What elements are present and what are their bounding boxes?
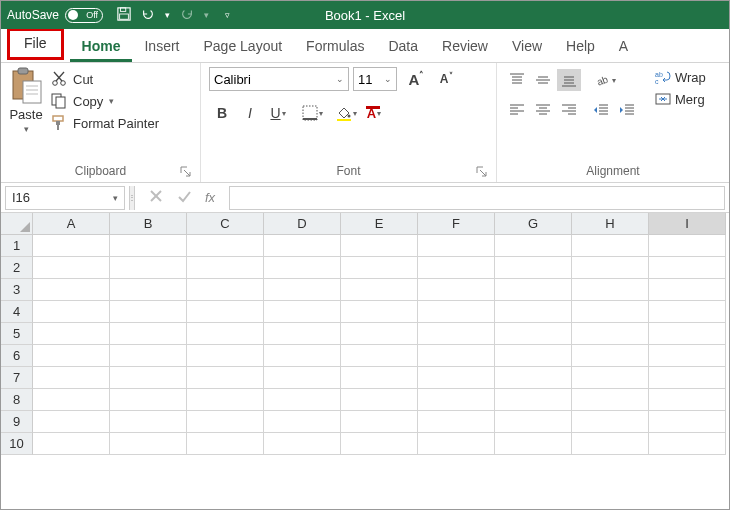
cell[interactable] <box>495 345 572 367</box>
tab-page-layout[interactable]: Page Layout <box>191 32 294 62</box>
copy-dropdown-icon[interactable]: ▾ <box>109 96 114 106</box>
cell[interactable] <box>264 279 341 301</box>
cell[interactable] <box>649 279 726 301</box>
italic-button[interactable]: I <box>237 101 263 125</box>
cell[interactable] <box>341 279 418 301</box>
redo-dropdown-icon[interactable]: ▾ <box>204 10 209 20</box>
cell[interactable] <box>418 433 495 455</box>
cell[interactable] <box>264 433 341 455</box>
cell[interactable] <box>649 301 726 323</box>
column-header[interactable]: I <box>649 213 726 235</box>
increase-font-button[interactable]: A˄ <box>401 67 427 91</box>
tab-review[interactable]: Review <box>430 32 500 62</box>
font-name-select[interactable]: Calibri⌄ <box>209 67 349 91</box>
format-painter-button[interactable]: Format Painter <box>51 115 159 131</box>
cell[interactable] <box>572 389 649 411</box>
qat-customize-icon[interactable]: ▿ <box>225 10 230 20</box>
cell[interactable] <box>33 345 110 367</box>
column-header[interactable]: A <box>33 213 110 235</box>
dialog-launcher-icon[interactable] <box>180 166 192 178</box>
cell[interactable] <box>418 345 495 367</box>
cell[interactable] <box>341 367 418 389</box>
paste-dropdown-icon[interactable]: ▾ <box>24 124 29 134</box>
cell[interactable] <box>187 257 264 279</box>
cell[interactable] <box>649 367 726 389</box>
merge-button[interactable]: Merg <box>655 91 706 107</box>
cell[interactable] <box>418 235 495 257</box>
cell[interactable] <box>649 345 726 367</box>
cell[interactable] <box>341 345 418 367</box>
cell[interactable] <box>187 235 264 257</box>
align-bottom-button[interactable] <box>557 69 581 91</box>
column-header[interactable]: F <box>418 213 495 235</box>
insert-function-button[interactable]: fx <box>205 190 215 205</box>
cell[interactable] <box>418 367 495 389</box>
cell[interactable] <box>418 257 495 279</box>
row-header[interactable]: 4 <box>1 301 33 323</box>
cell[interactable] <box>341 433 418 455</box>
cell[interactable] <box>341 301 418 323</box>
decrease-indent-button[interactable] <box>589 99 613 121</box>
copy-button[interactable]: Copy ▾ <box>51 93 159 109</box>
cell[interactable] <box>187 279 264 301</box>
cell[interactable] <box>264 389 341 411</box>
enter-formula-icon[interactable] <box>177 189 191 207</box>
row-header[interactable]: 7 <box>1 367 33 389</box>
cell[interactable] <box>649 411 726 433</box>
dialog-launcher-icon[interactable] <box>476 166 488 178</box>
cell[interactable] <box>341 257 418 279</box>
cell[interactable] <box>495 433 572 455</box>
column-header[interactable]: G <box>495 213 572 235</box>
cell[interactable] <box>187 323 264 345</box>
cell[interactable] <box>110 257 187 279</box>
cell[interactable] <box>110 389 187 411</box>
decrease-font-button[interactable]: A˅ <box>431 67 457 91</box>
tab-formulas[interactable]: Formulas <box>294 32 376 62</box>
bold-button[interactable]: B <box>209 101 235 125</box>
cell[interactable] <box>33 235 110 257</box>
align-right-button[interactable] <box>557 99 581 121</box>
cell[interactable] <box>187 345 264 367</box>
row-header[interactable]: 2 <box>1 257 33 279</box>
cell[interactable] <box>649 235 726 257</box>
cell[interactable] <box>187 367 264 389</box>
save-icon[interactable] <box>117 7 131 24</box>
row-header[interactable]: 1 <box>1 235 33 257</box>
name-box-dropdown-icon[interactable]: ▾ <box>113 193 118 203</box>
row-header[interactable]: 3 <box>1 279 33 301</box>
tab-data[interactable]: Data <box>376 32 430 62</box>
tab-home[interactable]: Home <box>70 32 133 62</box>
align-left-button[interactable] <box>505 99 529 121</box>
align-center-button[interactable] <box>531 99 555 121</box>
cell[interactable] <box>33 301 110 323</box>
cell[interactable] <box>649 257 726 279</box>
tab-insert[interactable]: Insert <box>132 32 191 62</box>
formula-input[interactable] <box>229 186 725 210</box>
name-box[interactable]: I16 ▾ <box>5 186 125 210</box>
cell[interactable] <box>264 323 341 345</box>
column-header[interactable]: B <box>110 213 187 235</box>
column-header[interactable]: E <box>341 213 418 235</box>
cell[interactable] <box>649 433 726 455</box>
cell[interactable] <box>418 301 495 323</box>
cell[interactable] <box>110 235 187 257</box>
cell[interactable] <box>33 367 110 389</box>
cell[interactable] <box>495 279 572 301</box>
font-color-button[interactable]: A ▾ <box>361 101 387 125</box>
cell[interactable] <box>110 411 187 433</box>
cell[interactable] <box>418 323 495 345</box>
paste-button[interactable]: Paste ▾ <box>9 67 43 134</box>
cell[interactable] <box>418 279 495 301</box>
align-top-button[interactable] <box>505 69 529 91</box>
cell[interactable] <box>187 433 264 455</box>
cell[interactable] <box>572 433 649 455</box>
cell[interactable] <box>495 323 572 345</box>
align-middle-button[interactable] <box>531 69 555 91</box>
cell[interactable] <box>572 345 649 367</box>
cell[interactable] <box>264 345 341 367</box>
cell[interactable] <box>495 367 572 389</box>
cell[interactable] <box>110 367 187 389</box>
wrap-text-button[interactable]: abc Wrap <box>655 69 706 85</box>
cell[interactable] <box>341 323 418 345</box>
cell[interactable] <box>572 323 649 345</box>
